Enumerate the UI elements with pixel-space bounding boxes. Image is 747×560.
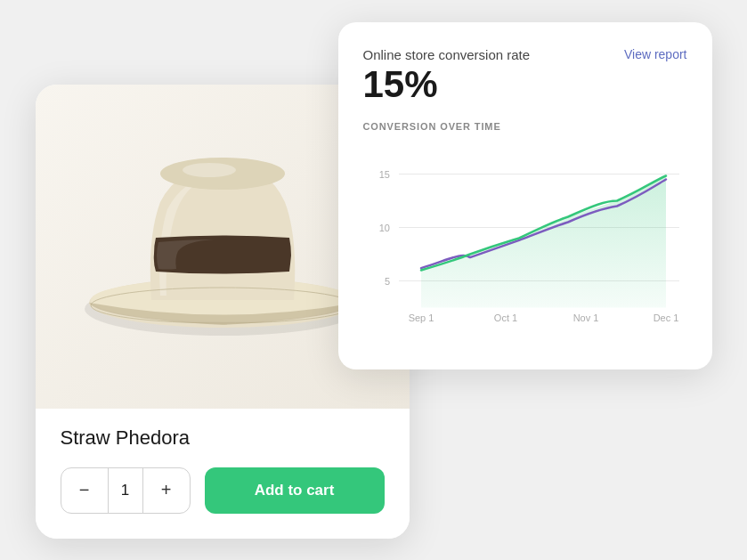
analytics-rate: 15% (363, 66, 687, 103)
analytics-header: Online store conversion rate View report (363, 47, 687, 62)
quantity-decrease-button[interactable]: − (61, 467, 108, 514)
svg-text:Nov 1: Nov 1 (572, 312, 598, 322)
analytics-title: Online store conversion rate (363, 47, 531, 62)
conversion-chart: 15 10 5 Sep 1 Oct 1 Nov 1 Dec 1 (363, 142, 687, 348)
chart-area: 15 10 5 Sep 1 Oct 1 Nov 1 Dec 1 (363, 142, 687, 348)
analytics-card: Online store conversion rate View report… (338, 22, 712, 369)
quantity-control: − 1 + (61, 467, 191, 514)
hat-image (80, 131, 365, 362)
quantity-value: 1 (108, 468, 143, 513)
chart-label: CONVERSION OVER TIME (363, 121, 687, 132)
view-report-link[interactable]: View report (624, 47, 687, 61)
svg-point-4 (183, 163, 236, 177)
svg-text:5: 5 (384, 275, 389, 286)
scene: Straw Phedora − 1 + Add to cart Online s… (36, 22, 712, 539)
product-info: Straw Phedora − 1 + Add to cart (36, 409, 410, 539)
svg-text:15: 15 (378, 168, 389, 179)
add-to-cart-button[interactable]: Add to cart (205, 467, 385, 514)
product-name: Straw Phedora (61, 426, 385, 450)
product-actions: − 1 + Add to cart (61, 467, 385, 514)
svg-text:Dec 1: Dec 1 (653, 312, 678, 322)
quantity-increase-button[interactable]: + (143, 467, 190, 514)
svg-text:Sep 1: Sep 1 (408, 312, 434, 322)
svg-text:Oct 1: Oct 1 (493, 312, 516, 322)
svg-text:10: 10 (378, 222, 389, 232)
